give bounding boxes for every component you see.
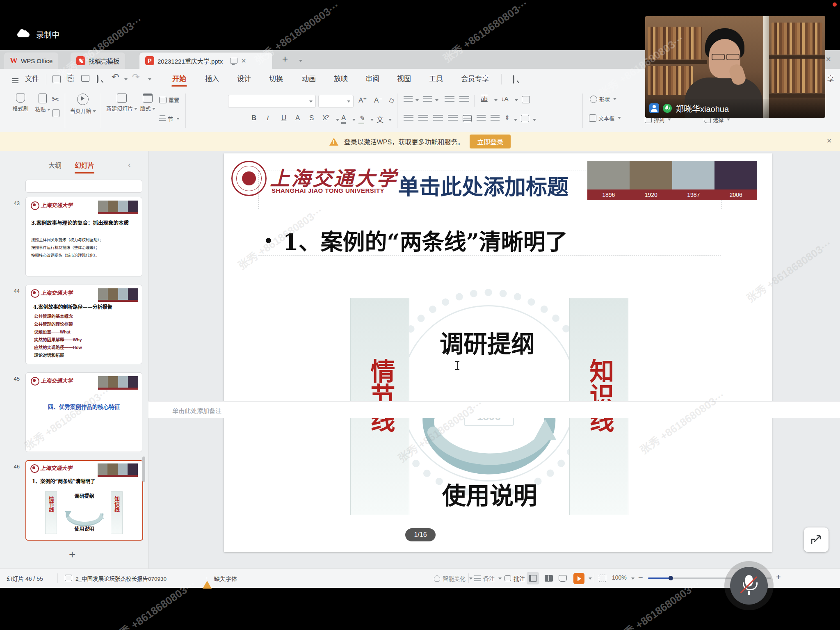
increase-font-button[interactable]: A⁺: [358, 96, 367, 105]
find-icon[interactable]: [97, 75, 98, 83]
zoom-slider-handle[interactable]: [669, 576, 673, 580]
para-spacing-icon[interactable]: [491, 115, 500, 122]
beautify-button[interactable]: 智能美化: [434, 574, 472, 582]
undo-icon[interactable]: ↶: [112, 72, 119, 82]
floating-present-button[interactable]: [804, 527, 829, 552]
justify-icon[interactable]: [448, 115, 458, 122]
text-align-box-icon[interactable]: [521, 115, 529, 122]
line-spacing-icon[interactable]: [477, 115, 486, 122]
superscript-button[interactable]: X²: [322, 114, 329, 122]
slide-heading[interactable]: 1、案例的“两条线”清晰明了: [283, 224, 568, 256]
menu-view[interactable]: 视图: [394, 73, 414, 86]
save-icon[interactable]: [52, 75, 61, 83]
shapes-button[interactable]: 形状: [590, 95, 616, 103]
cut-icon[interactable]: ✂: [52, 94, 59, 105]
notes-button[interactable]: 备注: [474, 574, 502, 582]
clear-format-icon[interactable]: ◇: [388, 95, 395, 105]
bullet-list-icon[interactable]: [404, 96, 413, 103]
paste-button[interactable]: 粘贴: [30, 94, 55, 113]
tab-docer-templates[interactable]: 找稻壳模板: [71, 52, 125, 69]
login-now-button[interactable]: 立即登录: [470, 135, 511, 148]
share-button-partial[interactable]: 享: [824, 73, 837, 86]
decrease-font-button[interactable]: A⁻: [374, 96, 382, 105]
webcam-window[interactable]: 郑晓华xiaohua: [645, 16, 825, 118]
play-from-page-button[interactable]: 当页开始: [66, 94, 99, 114]
align-right-icon[interactable]: [433, 115, 443, 122]
add-slide-button[interactable]: +: [69, 548, 75, 561]
present-monitor-icon[interactable]: [230, 58, 237, 64]
menu-design[interactable]: 设计: [234, 73, 254, 86]
window-close-button[interactable]: ✕: [826, 55, 831, 63]
section-button[interactable]: 节: [159, 115, 180, 123]
grid-view-icon[interactable]: [545, 575, 553, 582]
sidebar-scrollbar[interactable]: [142, 457, 145, 482]
slide-thumb-45[interactable]: 上海交通大学 四、优秀案例作品的核心特征: [25, 372, 142, 452]
close-tab-icon[interactable]: ✕: [241, 57, 246, 65]
slide-canvas[interactable]: 1896 上海交通大学 SHANGHAI JIAO TONG UNIVERSIT…: [224, 153, 772, 552]
slide-thumb-42-partial[interactable]: [25, 180, 142, 193]
menu-animation[interactable]: 动画: [299, 73, 319, 86]
font-color-button[interactable]: A: [341, 114, 346, 124]
menu-insert[interactable]: 插入: [202, 73, 222, 86]
bullet-chevron-icon[interactable]: [415, 99, 419, 101]
copy-icon[interactable]: [52, 109, 59, 117]
slideshow-play-button[interactable]: [573, 573, 584, 584]
tab-document-active[interactable]: P 20231221重庆大学.pptx ✕: [139, 52, 272, 69]
numbered-list-icon[interactable]: [423, 96, 432, 103]
tab-outline[interactable]: 大纲: [48, 160, 62, 170]
zoom-out-button[interactable]: −: [638, 573, 643, 582]
increase-indent-icon[interactable]: [459, 96, 469, 103]
decrease-indent-icon[interactable]: [445, 96, 454, 103]
slide-title-placeholder[interactable]: 单击此处添加标题: [398, 170, 568, 201]
slide-thumb-46-selected[interactable]: 上海交通大学 1、案例的“两条线”清晰明了 调研提纲 情节线 知识线 使用说明: [25, 460, 143, 541]
distribute-icon[interactable]: [463, 115, 472, 122]
bold-button[interactable]: B: [251, 114, 256, 122]
tab-wps-home[interactable]: W WPS Office: [4, 52, 58, 69]
slide-thumb-43[interactable]: 上海交通大学 3.案例故事与理论的复合：抓出现象的本质 按照主体间关系提炼（权力…: [25, 197, 142, 276]
underline-button[interactable]: U: [281, 114, 286, 122]
text-direction-icon[interactable]: ↓A: [501, 95, 509, 102]
normal-view-selected[interactable]: [527, 572, 539, 584]
format-painter-button[interactable]: 格式刷: [7, 94, 34, 112]
menu-tools[interactable]: 工具: [426, 73, 446, 86]
new-tab-button[interactable]: +: [282, 53, 288, 65]
notes-bar[interactable]: 单击此处添加备注: [148, 401, 840, 418]
collapse-panel-icon[interactable]: ‹: [128, 160, 131, 169]
diagram-bottom-label[interactable]: 使用说明: [442, 477, 537, 511]
diagram-right-label[interactable]: 知识线: [582, 358, 618, 432]
undo-chevron-icon[interactable]: [124, 78, 128, 80]
highlight-chevron-icon[interactable]: [370, 119, 374, 121]
slide-thumb-44[interactable]: 上海交通大学 4.案例故事的剖析路径——分析报告 公共管理的基本概念 公共管理的…: [25, 285, 142, 364]
phonetic-button[interactable]: 文: [377, 114, 383, 124]
mic-mute-button[interactable]: [730, 567, 768, 605]
menu-file[interactable]: 文件: [23, 73, 41, 86]
highlight-button[interactable]: ✎: [358, 114, 366, 124]
new-slide-button[interactable]: 新建幻灯片: [103, 94, 141, 112]
reset-button[interactable]: 重置: [159, 96, 179, 104]
font-size-select[interactable]: [318, 95, 354, 108]
notice-close-icon[interactable]: ✕: [826, 137, 832, 145]
layout-button[interactable]: 版式: [136, 94, 159, 112]
menu-member[interactable]: 会员专享: [458, 73, 492, 86]
redo-icon[interactable]: ↷: [132, 72, 139, 82]
tab-slides[interactable]: 幻灯片: [75, 160, 94, 173]
columns-icon[interactable]: [522, 96, 530, 103]
hamburger-menu-icon[interactable]: [12, 78, 18, 79]
align-left-icon[interactable]: [404, 115, 413, 122]
reading-view-icon[interactable]: [559, 575, 567, 582]
menu-review[interactable]: 审阅: [362, 73, 383, 86]
superscript-chevron-icon[interactable]: [336, 119, 339, 121]
align-center-icon[interactable]: [418, 115, 428, 122]
menu-transition[interactable]: 切换: [266, 73, 286, 86]
play-options-chevron-icon[interactable]: [589, 578, 592, 580]
menu-slideshow[interactable]: 放映: [331, 73, 351, 86]
theme-name[interactable]: 2_中国发展论坛张杰校长报告070930: [75, 574, 167, 582]
line-height-icon[interactable]: ⇕: [504, 114, 510, 121]
zoom-chevron-icon[interactable]: [631, 578, 635, 580]
strikethrough-button[interactable]: A: [295, 114, 300, 122]
font-family-select[interactable]: [228, 95, 316, 108]
print-icon[interactable]: [81, 75, 89, 82]
missing-font-label[interactable]: 缺失字体: [214, 574, 237, 582]
numbered-chevron-icon[interactable]: [435, 99, 438, 101]
redo-chevron-icon[interactable]: [148, 78, 151, 80]
